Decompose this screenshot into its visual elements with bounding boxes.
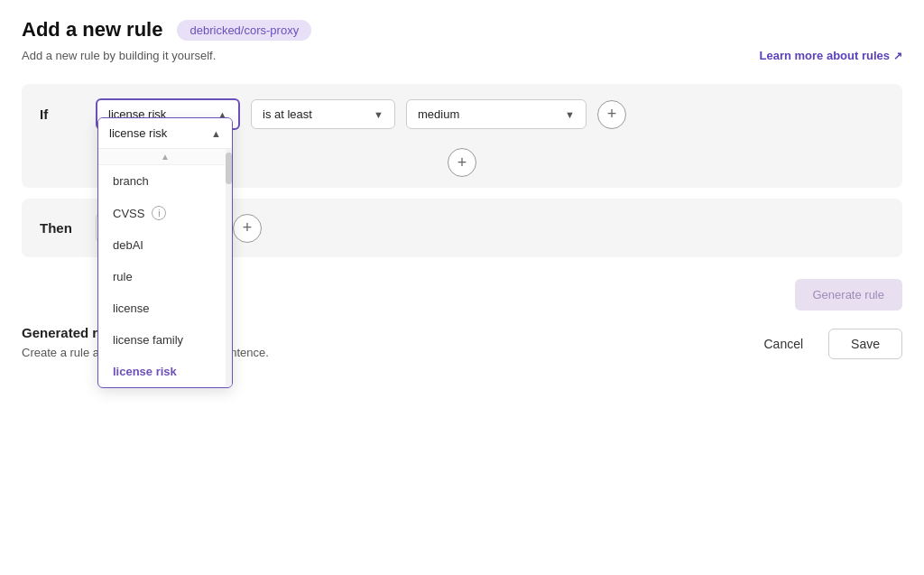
chevron-down-icon: ▼ bbox=[565, 109, 575, 120]
dropdown-item-label: branch bbox=[113, 174, 149, 188]
info-icon[interactable]: i bbox=[152, 206, 166, 220]
cancel-button[interactable]: Cancel bbox=[749, 329, 818, 358]
scroll-up-indicator: ▲ bbox=[98, 149, 232, 165]
overlay-current-value: license risk bbox=[109, 126, 167, 140]
dropdown-item-branch[interactable]: branch bbox=[98, 165, 232, 197]
save-button[interactable]: Save bbox=[828, 329, 902, 359]
add-if-condition-center-button[interactable]: + bbox=[448, 148, 476, 177]
scrollbar-thumb bbox=[226, 153, 232, 184]
if-label: If bbox=[40, 107, 85, 122]
operator-dropdown[interactable]: is at least ▼ bbox=[251, 99, 395, 129]
dropdown-overlay-box: license risk ▲ ▲ branchCVSSidebAIrulelic… bbox=[97, 117, 233, 388]
dropdown-item-label: CVSS bbox=[113, 207, 144, 220]
dropdown-item-label: rule bbox=[113, 270, 133, 283]
learn-more-label: Learn more about rules bbox=[760, 49, 890, 62]
add-action-button[interactable]: + bbox=[233, 214, 262, 243]
dropdown-item-license-family[interactable]: license family bbox=[98, 324, 232, 356]
scroll-up-arrow-icon: ▲ bbox=[161, 152, 170, 162]
scrollbar[interactable] bbox=[226, 149, 232, 387]
overlay-trigger-row[interactable]: license risk ▲ bbox=[98, 118, 232, 149]
page-title: Add a new rule bbox=[22, 18, 162, 42]
subtitle-row: Add a new rule by building it yourself. … bbox=[22, 49, 902, 62]
header: Add a new rule debricked/cors-proxy bbox=[22, 18, 902, 42]
dropdown-item-license-risk[interactable]: license risk bbox=[98, 356, 232, 387]
then-label: Then bbox=[40, 220, 85, 236]
dropdown-items-container: branchCVSSidebAIrulelicenselicense famil… bbox=[98, 165, 232, 387]
footer: Cancel Save bbox=[749, 329, 902, 359]
chevron-up-icon: ▲ bbox=[211, 128, 221, 139]
repo-badge: debricked/cors-proxy bbox=[177, 20, 311, 41]
dropdown-item-CVSS[interactable]: CVSSi bbox=[98, 197, 232, 229]
add-condition-button[interactable]: + bbox=[597, 100, 626, 129]
dropdown-item-label: debAI bbox=[113, 238, 143, 252]
overlay-list: ▲ branchCVSSidebAIrulelicenselicense fam… bbox=[98, 149, 232, 387]
severity-value: medium bbox=[418, 107, 459, 121]
external-link-icon: ↗ bbox=[893, 50, 902, 62]
operator-value: is at least bbox=[263, 107, 312, 121]
severity-dropdown[interactable]: medium ▼ bbox=[406, 99, 587, 129]
dropdown-item-label: license risk bbox=[113, 365, 177, 378]
dropdown-item-label: license bbox=[113, 301, 149, 315]
learn-more-link[interactable]: Learn more about rules ↗ bbox=[760, 49, 902, 62]
chevron-down-icon: ▼ bbox=[374, 109, 383, 120]
page: Add a new rule debricked/cors-proxy Add … bbox=[0, 0, 924, 377]
subtitle: Add a new rule by building it yourself. bbox=[22, 49, 216, 62]
dropdown-item-rule[interactable]: rule bbox=[98, 261, 232, 292]
condition-type-dropdown-overlay: license risk ▲ ▲ branchCVSSidebAIrulelic… bbox=[97, 117, 233, 388]
generate-rule-button[interactable]: Generate rule bbox=[795, 279, 903, 311]
dropdown-item-debAI[interactable]: debAI bbox=[98, 229, 232, 261]
dropdown-item-label: license family bbox=[113, 333, 183, 347]
dropdown-item-license[interactable]: license bbox=[98, 292, 232, 324]
